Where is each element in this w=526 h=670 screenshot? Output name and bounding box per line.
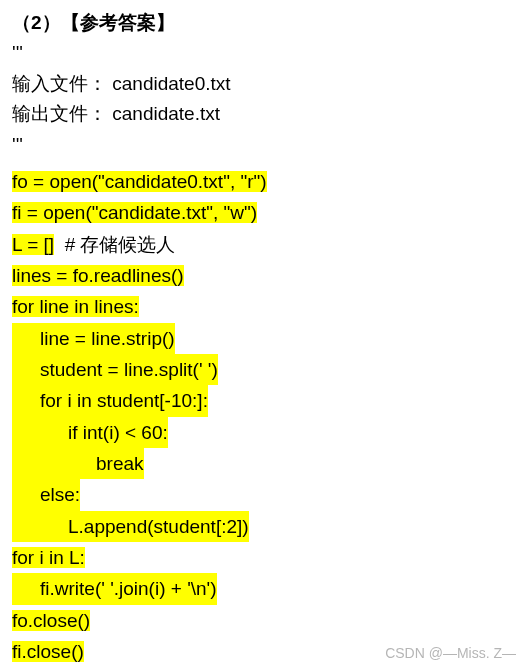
code-text: for i in L:	[12, 547, 85, 568]
code-line: fo = open("candidate0.txt", "r")	[12, 166, 514, 197]
output-file-line: 输出文件： candidate.txt	[12, 99, 514, 129]
code-line: for i in student[-10:]:	[12, 385, 514, 416]
code-line: lines = fo.readlines()	[12, 260, 514, 291]
code-text: for i in student[-10:]:	[12, 385, 208, 416]
code-line: fi = open("candidate.txt", "w")	[12, 197, 514, 228]
code-line: else:	[12, 479, 514, 510]
code-line: fo.close()	[12, 605, 514, 636]
code-line: for line in lines:	[12, 291, 514, 322]
code-line: line = line.strip()	[12, 323, 514, 354]
code-text: lines = fo.readlines()	[12, 265, 184, 286]
code-text: L = []	[12, 234, 54, 255]
code-text: break	[12, 448, 144, 479]
code-line: fi.write(' '.join(i) + '\n')	[12, 573, 514, 604]
code-line: break	[12, 448, 514, 479]
code-text: if int(i) < 60:	[12, 417, 168, 448]
docstring-open: '''	[12, 38, 514, 68]
code-text: fi = open("candidate.txt", "w")	[12, 202, 257, 223]
section-heading: （2）【参考答案】	[12, 8, 514, 38]
code-text: else:	[12, 479, 80, 510]
code-line: for i in L:	[12, 542, 514, 573]
code-line: student = line.split(' ')	[12, 354, 514, 385]
code-line: fi.close()	[12, 636, 514, 667]
code-comment: # 存储候选人	[54, 234, 175, 255]
code-text: fi.write(' '.join(i) + '\n')	[12, 573, 217, 604]
code-text: L.append(student[:2])	[12, 511, 249, 542]
code-text: line = line.strip()	[12, 323, 175, 354]
code-block: fo = open("candidate0.txt", "r") fi = op…	[12, 166, 514, 668]
code-text: student = line.split(' ')	[12, 354, 218, 385]
input-file-line: 输入文件： candidate0.txt	[12, 69, 514, 99]
code-text: fo.close()	[12, 610, 90, 631]
code-text: fi.close()	[12, 641, 84, 662]
code-line: if int(i) < 60:	[12, 417, 514, 448]
docstring-close: '''	[12, 130, 514, 160]
code-line: L.append(student[:2])	[12, 511, 514, 542]
code-line: L = [] # 存储候选人	[12, 229, 514, 260]
code-text: fo = open("candidate0.txt", "r")	[12, 171, 267, 192]
code-text: for line in lines:	[12, 296, 139, 317]
